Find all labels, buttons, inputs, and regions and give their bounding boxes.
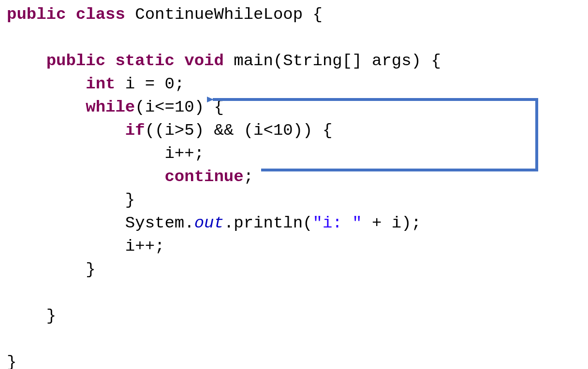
keyword-continue: continue (164, 168, 243, 186)
system-ref: System. (125, 214, 194, 232)
semicolon: ; (244, 168, 253, 186)
brace-close: } (125, 191, 135, 209)
string-literal: "i: " (313, 214, 362, 232)
brace-open: { (303, 5, 323, 24)
keyword-static: static (115, 52, 174, 70)
out-field: out (194, 214, 224, 232)
increment-stmt: i++; (164, 144, 204, 163)
var-i: i (125, 75, 135, 93)
assign-zero: = 0; (135, 75, 184, 93)
method-name: main (234, 52, 273, 70)
brace-close: } (86, 260, 95, 279)
keyword-void: void (184, 52, 224, 70)
class-name: ContinueWhileLoop (135, 5, 303, 24)
increment-stmt: i++; (125, 237, 165, 255)
while-cond: (i<=10) { (135, 98, 224, 116)
brace-close: } (7, 353, 16, 369)
keyword-public: public (46, 52, 105, 70)
param-name: args (372, 52, 412, 70)
param-type: String[] (283, 52, 362, 70)
keyword-while: while (86, 98, 135, 116)
code-block: public class ContinueWhileLoop { public … (0, 0, 588, 369)
keyword-if: if (125, 121, 145, 140)
if-cond: ((i>5) && (i<10)) { (145, 121, 333, 140)
brace-close: } (46, 307, 56, 325)
keyword-public: public (7, 5, 66, 24)
println-call: .println( (224, 214, 313, 232)
keyword-int: int (86, 75, 115, 93)
keyword-class: class (76, 5, 125, 24)
plus-i: + i); (362, 214, 421, 232)
